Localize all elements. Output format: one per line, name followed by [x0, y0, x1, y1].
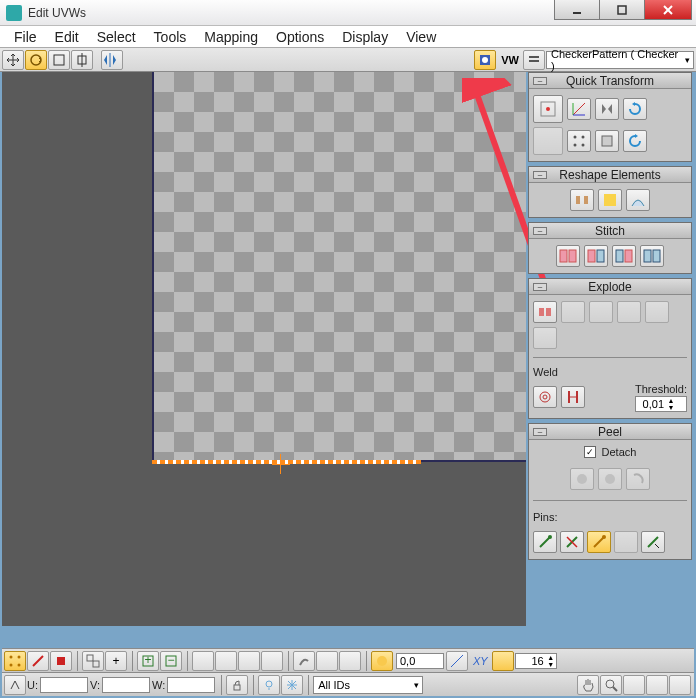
explode-poly-icon[interactable]: [589, 301, 613, 323]
pan-icon[interactable]: [577, 675, 599, 695]
threshold-input[interactable]: [636, 398, 666, 410]
peel-quick-icon[interactable]: [570, 468, 594, 490]
pin-add-icon[interactable]: [533, 531, 557, 553]
spread-icon[interactable]: [567, 130, 591, 152]
fit-icon[interactable]: [533, 127, 563, 155]
menu-file[interactable]: File: [6, 27, 45, 47]
menu-view[interactable]: View: [398, 27, 444, 47]
explode-smooth-icon[interactable]: [645, 301, 669, 323]
align-center-icon[interactable]: [533, 95, 563, 123]
flip-h-icon[interactable]: [595, 98, 619, 120]
panel-collapse-icon[interactable]: –: [533, 77, 547, 85]
zoom-extents-icon[interactable]: [646, 675, 668, 695]
zoom-selected-icon[interactable]: [669, 675, 691, 695]
stitch-source-icon[interactable]: [556, 245, 580, 267]
v-field[interactable]: [102, 677, 150, 693]
snap-icon[interactable]: [492, 651, 514, 671]
panel-collapse-icon[interactable]: –: [533, 428, 547, 436]
close-button[interactable]: [644, 0, 692, 20]
detach-label: Detach: [602, 446, 637, 458]
rotate-cw-icon[interactable]: [623, 130, 647, 152]
panel-stitch: –Stitch: [528, 222, 692, 274]
u-field[interactable]: [40, 677, 88, 693]
rotate-ccw-icon[interactable]: [623, 98, 647, 120]
minimize-button[interactable]: [554, 0, 600, 20]
shrink-icon[interactable]: [261, 651, 283, 671]
show-map-icon[interactable]: [474, 50, 496, 70]
add-select-icon[interactable]: +: [137, 651, 159, 671]
coord-field[interactable]: 0,0: [396, 653, 444, 669]
panel-collapse-icon[interactable]: –: [533, 283, 547, 291]
sub-select-icon[interactable]: −: [160, 651, 182, 671]
uv-viewport[interactable]: [2, 72, 526, 626]
pin-active-icon[interactable]: [587, 531, 611, 553]
grid-input[interactable]: [516, 655, 546, 667]
menu-select[interactable]: Select: [89, 27, 144, 47]
menu-edit[interactable]: Edit: [47, 27, 87, 47]
detach-checkbox[interactable]: ✓: [584, 446, 596, 458]
grid-spinner[interactable]: ▲▼: [515, 653, 557, 669]
stitch-average-icon[interactable]: [612, 245, 636, 267]
flip-v-icon[interactable]: [595, 130, 619, 152]
panel-collapse-icon[interactable]: –: [533, 227, 547, 235]
select-by-element-icon[interactable]: [82, 651, 104, 671]
light-icon[interactable]: [258, 675, 280, 695]
edge-mode-icon[interactable]: [27, 651, 49, 671]
w-field[interactable]: [167, 677, 215, 693]
stitch-target-icon[interactable]: [584, 245, 608, 267]
break-icon[interactable]: [533, 301, 557, 323]
pin-remove-icon[interactable]: [560, 531, 584, 553]
grow-selection-icon[interactable]: +: [105, 651, 127, 671]
axis-toggle-icon[interactable]: [446, 651, 468, 671]
weld-all-icon[interactable]: [561, 386, 585, 408]
pin-select-icon[interactable]: [641, 531, 665, 553]
menu-display[interactable]: Display: [334, 27, 396, 47]
u-label: U:: [27, 679, 38, 691]
relax-icon[interactable]: [598, 189, 622, 211]
panel-title: Quick Transform: [566, 74, 654, 88]
texture-dropdown[interactable]: CheckerPattern ( Checker ): [546, 51, 694, 69]
ring-select-icon[interactable]: [215, 651, 237, 671]
svg-point-40: [577, 474, 587, 484]
scale-tool-icon[interactable]: [48, 50, 70, 70]
face-mode-icon[interactable]: [50, 651, 72, 671]
weld-selected-icon[interactable]: [533, 386, 557, 408]
freeform-tool-icon[interactable]: [71, 50, 93, 70]
vertex-mode-icon[interactable]: [4, 651, 26, 671]
expand-icon[interactable]: [238, 651, 260, 671]
mirror-tool-icon[interactable]: [101, 50, 123, 70]
zoom-region-icon[interactable]: [623, 675, 645, 695]
align-axis-icon[interactable]: [567, 98, 591, 120]
status-toolbar: U: V: W: All IDs: [2, 672, 694, 696]
maximize-button[interactable]: [599, 0, 645, 20]
loop-select-icon[interactable]: [192, 651, 214, 671]
explode-face-icon[interactable]: [561, 301, 585, 323]
menu-mapping[interactable]: Mapping: [196, 27, 266, 47]
smooth-icon[interactable]: [626, 189, 650, 211]
window-title: Edit UVWs: [28, 6, 86, 20]
paint-select-icon[interactable]: [293, 651, 315, 671]
straighten-icon[interactable]: [570, 189, 594, 211]
peel-pelt-icon[interactable]: [626, 468, 650, 490]
svg-point-44: [602, 535, 606, 539]
move-tool-icon[interactable]: [2, 50, 24, 70]
lock-icon[interactable]: [226, 675, 248, 695]
explode-id-icon[interactable]: [533, 327, 557, 349]
threshold-spinner[interactable]: ▲▼: [635, 396, 687, 412]
explode-element-icon[interactable]: [617, 301, 641, 323]
rotate-tool-icon[interactable]: [25, 50, 47, 70]
zoom-icon[interactable]: [600, 675, 622, 695]
soft-select-icon[interactable]: [316, 651, 338, 671]
menu-options[interactable]: Options: [268, 27, 332, 47]
stitch-custom-icon[interactable]: [640, 245, 664, 267]
show-grid-icon[interactable]: [371, 651, 393, 671]
snowflake-icon[interactable]: [281, 675, 303, 695]
falloff-icon[interactable]: [339, 651, 361, 671]
peel-reset-icon[interactable]: [598, 468, 622, 490]
options-icon[interactable]: [523, 50, 545, 70]
panel-collapse-icon[interactable]: –: [533, 171, 547, 179]
id-filter-dropdown[interactable]: All IDs: [313, 676, 423, 694]
menu-tools[interactable]: Tools: [146, 27, 195, 47]
panel-title: Reshape Elements: [559, 168, 660, 182]
abs-rel-icon[interactable]: [4, 675, 26, 695]
